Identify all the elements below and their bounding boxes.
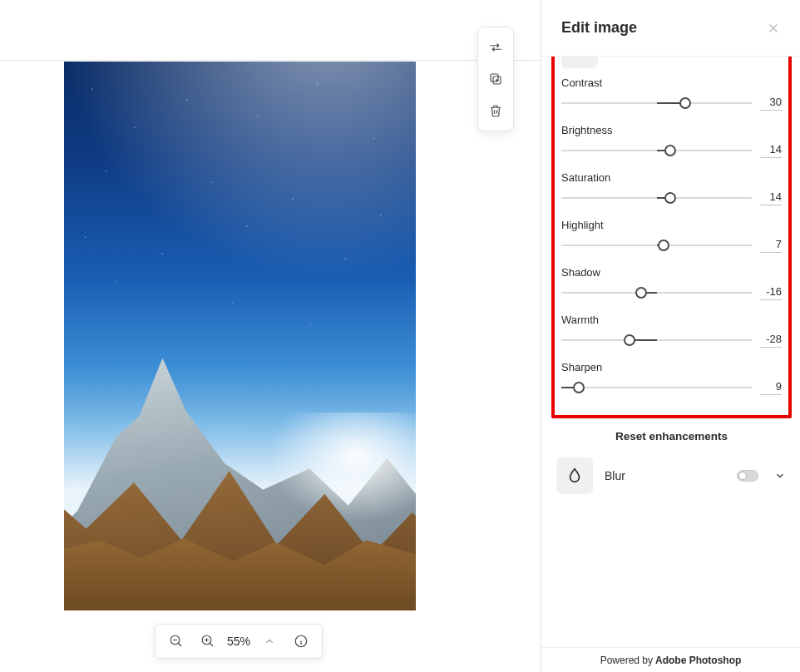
close-icon xyxy=(766,21,781,36)
swap-button[interactable] xyxy=(481,32,511,62)
blur-expand[interactable] xyxy=(773,470,787,482)
chevron-up-icon xyxy=(264,635,275,647)
saturation-slider-thumb[interactable] xyxy=(664,192,676,204)
zoom-out-button[interactable] xyxy=(164,629,189,654)
highlight-slider-track[interactable] xyxy=(561,240,752,251)
zoom-out-icon xyxy=(169,634,184,649)
zoom-toolbar: 55% xyxy=(155,624,323,659)
zoom-level-label: 55% xyxy=(227,635,250,648)
shadow-slider-label: Shadow xyxy=(561,266,782,279)
contrast-slider-value[interactable]: 30 xyxy=(760,96,782,111)
highlight-slider: Highlight7 xyxy=(561,219,782,253)
panel-scroll[interactable]: Effects Filters xyxy=(541,57,800,647)
highlight-slider-label: Highlight xyxy=(561,219,782,231)
brightness-slider-track[interactable] xyxy=(561,145,752,156)
contrast-slider: Contrast30 xyxy=(561,77,782,111)
zoom-in-icon xyxy=(200,634,215,649)
reset-enhancements-button[interactable]: Reset enhancements xyxy=(556,430,787,442)
panel-header: Edit image xyxy=(541,0,800,57)
chevron-down-icon xyxy=(774,470,786,482)
sharpen-slider-value[interactable]: 9 xyxy=(760,380,782,395)
sharpen-slider-track[interactable] xyxy=(561,382,752,393)
sharpen-slider-label: Sharpen xyxy=(561,361,782,373)
brightness-slider-value[interactable]: 14 xyxy=(760,143,782,158)
shadow-slider-track[interactable] xyxy=(561,287,752,299)
saturation-slider: Saturation14 xyxy=(561,171,782,205)
saturation-slider-value[interactable]: 14 xyxy=(760,190,782,205)
sharpen-slider: Sharpen9 xyxy=(561,361,782,395)
blur-toggle[interactable] xyxy=(737,470,758,482)
zoom-menu-button[interactable] xyxy=(257,629,282,654)
enhancements-row[interactable]: Enhancements xyxy=(561,57,782,68)
warmth-slider-thumb[interactable] xyxy=(624,334,635,346)
image-preview[interactable] xyxy=(64,62,416,610)
saturation-slider-label: Saturation xyxy=(561,171,782,184)
droplet-icon xyxy=(565,467,584,485)
divider xyxy=(0,60,541,61)
info-button[interactable] xyxy=(289,629,314,654)
highlight-slider-value[interactable]: 7 xyxy=(760,238,782,253)
info-icon xyxy=(294,634,309,649)
highlight-slider-thumb[interactable] xyxy=(658,240,669,251)
shadow-slider-value[interactable]: -16 xyxy=(760,285,782,300)
close-panel-button[interactable] xyxy=(762,17,785,40)
shadow-slider-thumb[interactable] xyxy=(635,287,647,299)
duplicate-button[interactable] xyxy=(481,64,511,94)
shadow-slider: Shadow-16 xyxy=(561,266,782,300)
enhancements-highlight: Enhancements Contrast30Brightness14Satur… xyxy=(551,57,792,418)
warmth-slider-track[interactable] xyxy=(561,334,752,346)
brightness-slider: Brightness14 xyxy=(561,124,782,158)
warmth-slider-value[interactable]: -28 xyxy=(760,333,782,348)
panel-footer: Powered by Adobe Photoshop xyxy=(541,647,800,672)
blur-row[interactable]: Blur xyxy=(556,457,787,494)
preview-snow xyxy=(268,413,416,522)
sharpen-slider-thumb[interactable] xyxy=(573,382,585,393)
panel-title: Edit image xyxy=(561,19,637,37)
trash-icon xyxy=(488,103,503,118)
enhancements-icon-box xyxy=(561,57,598,68)
contrast-slider-thumb[interactable] xyxy=(679,97,691,109)
blur-label: Blur xyxy=(605,469,725,482)
blur-icon-box xyxy=(556,457,593,494)
zoom-in-button[interactable] xyxy=(195,629,220,654)
canvas-pane: 55% xyxy=(0,0,541,672)
saturation-slider-track[interactable] xyxy=(561,192,752,204)
warmth-slider: Warmth-28 xyxy=(561,314,782,348)
swap-horizontal-icon xyxy=(488,40,503,55)
contrast-slider-label: Contrast xyxy=(561,77,782,89)
contrast-slider-track[interactable] xyxy=(561,97,752,109)
warmth-slider-label: Warmth xyxy=(561,314,782,326)
delete-button[interactable] xyxy=(481,96,511,126)
duplicate-plus-icon xyxy=(488,72,503,86)
edit-image-panel: Edit image Effects Filters xyxy=(541,0,800,672)
brightness-slider-label: Brightness xyxy=(561,124,782,136)
footer-prefix: Powered by xyxy=(600,655,653,666)
image-tools-floating xyxy=(477,27,514,131)
brightness-slider-thumb[interactable] xyxy=(664,145,676,156)
footer-brand: Adobe Photoshop xyxy=(655,655,741,666)
sliders-icon xyxy=(570,57,589,59)
